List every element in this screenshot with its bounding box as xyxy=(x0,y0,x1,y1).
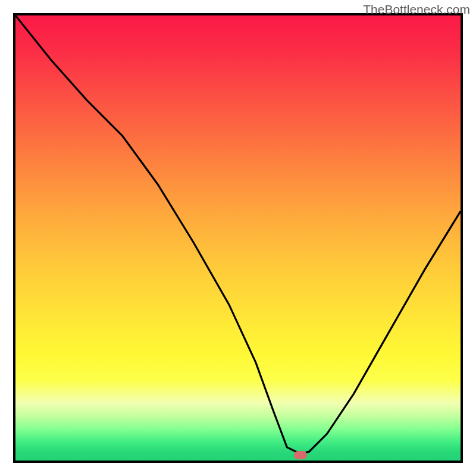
chart-plot-area xyxy=(13,13,463,463)
watermark-text: TheBottleneck.com xyxy=(363,2,470,17)
minimum-marker xyxy=(294,451,307,459)
bottleneck-curve xyxy=(15,15,461,461)
